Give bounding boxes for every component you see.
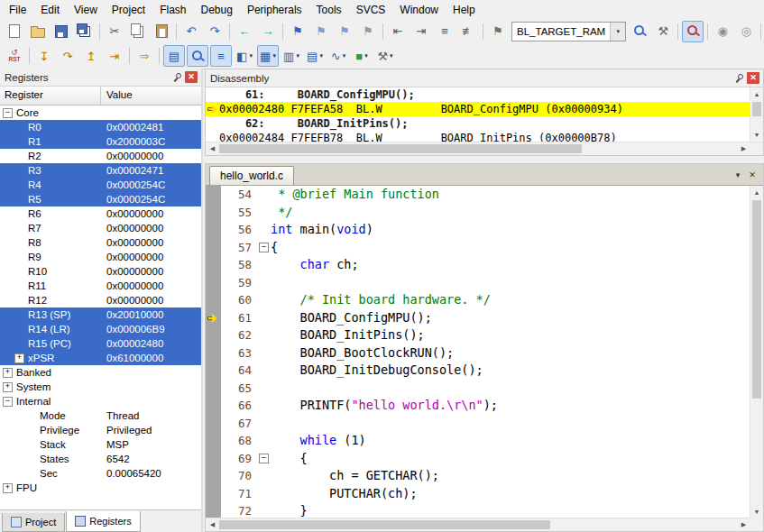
- editor-line[interactable]: 65: [206, 380, 750, 398]
- code-area[interactable]: 54 * @brief Main function55 */56int main…: [206, 186, 750, 518]
- tab-list-dropdown-icon[interactable]: ▾: [731, 168, 745, 182]
- system-viewer-button[interactable]: ■▾: [351, 45, 373, 67]
- register-row[interactable]: Sec0.00065420: [0, 466, 201, 481]
- register-row[interactable]: States6542: [0, 452, 201, 466]
- insert-breakpoint-button[interactable]: ◉: [712, 21, 733, 42]
- chevron-down-icon[interactable]: ▾: [610, 23, 625, 41]
- scrollbar-thumb[interactable]: [752, 102, 761, 116]
- register-row[interactable]: −Internal: [0, 394, 201, 408]
- expand-icon[interactable]: +: [3, 368, 13, 378]
- editor-line[interactable]: 64 BOARD_InitDebugConsole();: [206, 362, 750, 380]
- expand-icon[interactable]: +: [3, 483, 13, 493]
- logic-analyzer-button[interactable]: ∿▾: [327, 45, 349, 67]
- register-row[interactable]: R50x0000254C: [0, 192, 201, 206]
- menu-edit[interactable]: Edit: [33, 1, 67, 19]
- command-window-button[interactable]: ≡: [210, 45, 232, 67]
- register-row[interactable]: R10x2000003C: [0, 134, 201, 149]
- column-header-register[interactable]: Register: [0, 87, 101, 105]
- register-row[interactable]: +System: [0, 380, 201, 394]
- editor-line[interactable]: 68 while (1): [206, 432, 750, 450]
- editor-line[interactable]: 67: [206, 415, 750, 433]
- target-select[interactable]: BL_TARGET_RAM▾: [511, 22, 626, 41]
- register-row[interactable]: R13 (SP)0x20010000: [0, 307, 201, 322]
- expand-icon[interactable]: +: [14, 353, 24, 363]
- start-stop-debug-button[interactable]: [682, 21, 704, 42]
- menu-view[interactable]: View: [67, 1, 105, 19]
- disassembly-horizontal-scrollbar[interactable]: ◀ ▶: [206, 142, 763, 155]
- horizontal-splitter[interactable]: [205, 156, 764, 163]
- register-row[interactable]: R20x00000000: [0, 149, 201, 163]
- kill-all-breakpoints-button[interactable]: ◎: [735, 21, 757, 42]
- register-row[interactable]: R60x00000000: [0, 206, 201, 221]
- new-file-button[interactable]: [4, 21, 25, 42]
- serial-window-button[interactable]: ▤▾: [304, 45, 326, 67]
- editor-line[interactable]: 62 BOARD_InitPins();: [206, 326, 750, 344]
- open-file-button[interactable]: [27, 21, 49, 42]
- disassembly-line[interactable]: 61: BOARD_ConfigMPU();: [206, 87, 750, 102]
- editor-line[interactable]: 59: [206, 274, 750, 292]
- step-out-button[interactable]: ↥: [80, 45, 102, 67]
- scroll-up-icon[interactable]: ▲: [750, 87, 763, 101]
- tab-project[interactable]: Project: [2, 513, 65, 532]
- register-row[interactable]: R110x00000000: [0, 279, 201, 293]
- editor-line[interactable]: 60 /* Init board hardware. */: [206, 291, 750, 309]
- editor-line[interactable]: 66 PRINTF("hello world.\r\n");: [206, 397, 750, 415]
- collapse-icon[interactable]: −: [3, 108, 13, 118]
- configure-tools-button[interactable]: ⚒: [652, 21, 674, 42]
- register-row[interactable]: R40x0000254C: [0, 178, 201, 192]
- register-row[interactable]: R14 (LR)0x000006B9: [0, 322, 201, 336]
- close-button[interactable]: ✕: [747, 72, 759, 84]
- register-row[interactable]: ModeThread: [0, 408, 201, 423]
- column-header-value[interactable]: Value: [101, 87, 201, 105]
- scroll-left-icon[interactable]: ◀: [206, 142, 219, 155]
- editor-vertical-scrollbar[interactable]: ▲ ▼: [750, 186, 763, 518]
- unindent-button[interactable]: ⇤: [387, 21, 409, 42]
- scroll-right-icon[interactable]: ▶: [737, 142, 750, 155]
- disassembly-line[interactable]: 0x00002480 F7FEFA58 BL.W BOARD_ConfigMPU…: [206, 102, 750, 116]
- bookmark-previous-button[interactable]: ⚑: [310, 21, 332, 42]
- watch-window-button[interactable]: ▥▾: [281, 45, 302, 67]
- redo-button[interactable]: ↷: [204, 21, 226, 42]
- register-row[interactable]: R120x00000000: [0, 293, 201, 307]
- editor-horizontal-scrollbar[interactable]: ◀ ▶: [206, 518, 750, 531]
- scroll-left-icon[interactable]: ◀: [206, 518, 219, 531]
- comment-selection-button[interactable]: ≡: [434, 21, 456, 42]
- tab-registers[interactable]: Registers: [66, 511, 140, 532]
- menu-peripherals[interactable]: Peripherals: [240, 1, 309, 19]
- editor-line[interactable]: 61 BOARD_ConfigMPU();: [206, 309, 750, 327]
- close-tab-icon[interactable]: ✕: [745, 168, 759, 182]
- pin-button[interactable]: [732, 72, 745, 85]
- scrollbar-thumb[interactable]: [219, 520, 550, 529]
- scrollbar-track[interactable]: [219, 518, 737, 531]
- register-row[interactable]: R90x00000000: [0, 250, 201, 264]
- register-row[interactable]: +FPU: [0, 481, 201, 495]
- menu-file[interactable]: File: [2, 1, 33, 19]
- editor-line[interactable]: 56int main(void): [206, 221, 750, 239]
- scroll-up-icon[interactable]: ▲: [750, 186, 763, 199]
- register-row[interactable]: +xPSR0x61000000: [0, 351, 201, 365]
- debug-toolbox-button[interactable]: ⚒▾: [374, 45, 396, 67]
- find-in-files-button[interactable]: [629, 21, 650, 42]
- save-all-button[interactable]: [74, 21, 96, 42]
- menu-debug[interactable]: Debug: [194, 1, 240, 19]
- editor-line[interactable]: 63 BOARD_BootClockRUN();: [206, 344, 750, 362]
- disassembly-window-button[interactable]: ▤: [163, 45, 185, 67]
- bookmark-clear-all-button[interactable]: ⚑: [357, 21, 379, 42]
- editor-line[interactable]: 70 ch = GETCHAR();: [206, 467, 750, 485]
- register-row[interactable]: −Core: [0, 105, 201, 120]
- register-row[interactable]: R70x00000000: [0, 221, 201, 235]
- editor-line[interactable]: 55 */: [206, 204, 750, 222]
- scroll-down-icon[interactable]: ▼: [750, 128, 763, 142]
- editor-line[interactable]: 57−{: [206, 239, 750, 257]
- menu-help[interactable]: Help: [446, 1, 483, 19]
- register-row[interactable]: R80x00000000: [0, 235, 201, 250]
- memory-window-button[interactable]: ▦▾: [257, 45, 279, 67]
- symbol-window-button[interactable]: [187, 45, 208, 67]
- save-file-button[interactable]: [51, 21, 72, 42]
- editor-line[interactable]: 54 * @brief Main function: [206, 186, 750, 204]
- register-row[interactable]: PrivilegePrivileged: [0, 423, 201, 437]
- menu-project[interactable]: Project: [105, 1, 152, 19]
- run-to-cursor-button[interactable]: ⇥: [104, 45, 125, 67]
- undo-button[interactable]: ↶: [180, 21, 202, 42]
- run-button[interactable]: ⇒: [133, 45, 155, 67]
